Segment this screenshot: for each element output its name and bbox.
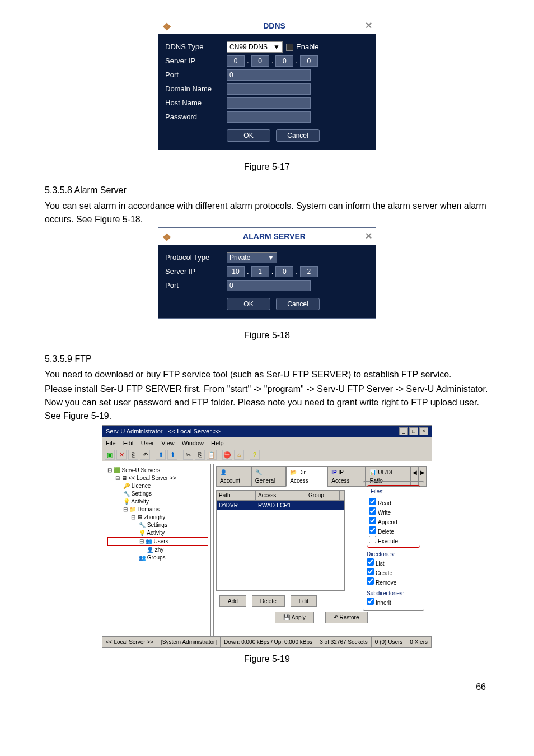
domain-name-input[interactable] (227, 83, 311, 95)
minimize-icon[interactable]: _ (399, 427, 408, 435)
delete-button[interactable]: Delete (252, 595, 285, 607)
remove-checkbox[interactable] (367, 577, 374, 585)
servu-tree[interactable]: ⊟ 🟩 Serv-U Servers ⊟ 🖥 << Local Server >… (105, 464, 211, 636)
permissions-group: Files: Read Write Append Delete Execute … (363, 481, 424, 611)
tab-dir-access[interactable]: 📂 Dir Access (286, 466, 327, 487)
menu-user[interactable]: User (141, 440, 154, 446)
separator (152, 450, 154, 460)
ftp-paragraph-1: You need to download or buy FTP service … (45, 368, 489, 381)
ddns-body: DDNS Type CN99 DDNS▼ Enable Server IP 0.… (158, 34, 376, 150)
alarm-server-dialog: ❖ ALARM SERVER ✕ Protocol Type Private▼ … (158, 227, 376, 319)
server-ip-label: Server IP (165, 55, 227, 67)
execute-checkbox[interactable] (369, 536, 376, 543)
separator (246, 450, 248, 460)
domain-name-label: Domain Name (165, 83, 227, 95)
alarm-server-ip-input[interactable]: 10. 1. 0. 2 (227, 266, 318, 277)
alarm-port-label: Port (165, 280, 227, 291)
cut-icon[interactable]: ✂ (183, 450, 193, 460)
alarm-port-input[interactable]: 0 (227, 280, 311, 291)
enable-label: Enable (296, 41, 318, 53)
servu-right-pane: 👤 Account 🔧 General 📂 Dir Access IP IP A… (213, 464, 429, 636)
ok-button[interactable]: OK (227, 129, 270, 142)
tab-account[interactable]: 👤 Account (216, 466, 251, 487)
ftp-paragraph-2: Please install Ser-U FTP SERVER first. F… (45, 382, 489, 423)
alarm-titlebar: ❖ ALARM SERVER ✕ (158, 228, 376, 245)
maximize-icon[interactable]: □ (409, 427, 418, 435)
delete-icon[interactable]: ✕ (116, 450, 127, 460)
ddns-type-select[interactable]: CN99 DDNS▼ (227, 41, 283, 53)
edit-button[interactable]: Edit (291, 595, 317, 607)
new-icon[interactable]: ▣ (105, 450, 115, 460)
apply-button[interactable]: 💾 Apply (275, 612, 313, 623)
undo-icon[interactable]: ↶ (140, 450, 150, 460)
tab-general[interactable]: 🔧 General (251, 466, 287, 487)
host-name-input[interactable] (227, 97, 311, 109)
protocol-type-label: Protocol Type (165, 252, 227, 263)
ok-button[interactable]: OK (227, 298, 270, 310)
section-5358-heading: 5.3.5.8 Alarm Server (45, 184, 489, 197)
status-speed: Down: 0.000 kBps / Up: 0.000 kBps (221, 637, 316, 647)
up-icon[interactable]: ⬆ (156, 450, 166, 460)
close-icon[interactable]: ✕ (365, 19, 372, 32)
app-logo-icon: ❖ (161, 230, 173, 242)
close-icon[interactable]: ✕ (365, 230, 372, 243)
server-ip-input[interactable]: 0. 0. 0. 0 (227, 55, 318, 67)
col-path: Path (217, 491, 256, 500)
delete-checkbox[interactable] (369, 526, 376, 534)
servu-statusbar: << Local Server >> [System Administrator… (102, 636, 432, 647)
sub-group-label: Subdirectories: (367, 589, 420, 598)
menu-edit[interactable]: Edit (123, 440, 134, 446)
restore-button[interactable]: ↶ Restore (325, 612, 368, 623)
read-checkbox[interactable] (369, 498, 376, 505)
home-icon[interactable]: ⌂ (234, 450, 244, 460)
menu-help[interactable]: Help (211, 440, 224, 446)
col-group: Group (306, 491, 340, 500)
copy-icon[interactable]: ⎘ (128, 450, 138, 460)
figure-5-19-caption: Figure 5-19 (45, 652, 489, 666)
servu-window: Serv-U Administrator - << Local Server >… (102, 425, 432, 648)
app-logo-icon: ❖ (161, 20, 173, 32)
ddns-dialog: ❖ DDNS ✕ DDNS Type CN99 DDNS▼ Enable Ser… (158, 17, 376, 150)
add-button[interactable]: Add (219, 595, 246, 607)
alarm-title: ALARM SERVER (173, 231, 376, 242)
enable-checkbox[interactable] (286, 44, 293, 51)
dirs-group-label: Directories: (367, 550, 420, 558)
servu-toolbar: ▣ ✕ ⎘ ↶ ⬆ ⬆ ✂ ⎘ 📋 ⛔ ⌂ ? (102, 449, 432, 461)
ddns-title: DDNS (173, 20, 376, 32)
cancel-button[interactable]: Cancel (276, 298, 320, 310)
list-row[interactable]: D:\DVR RWAD-LCR1 (217, 501, 344, 510)
inherit-checkbox[interactable] (367, 598, 374, 605)
servu-title: Serv-U Administrator - << Local Server >… (106, 427, 221, 436)
menu-view[interactable]: View (161, 440, 175, 446)
separator (218, 450, 221, 460)
menu-file[interactable]: File (106, 440, 116, 446)
port-input[interactable]: 0 (227, 69, 311, 81)
host-name-label: Host Name (165, 97, 227, 109)
protocol-type-select[interactable]: Private▼ (227, 252, 277, 263)
dir-access-list[interactable]: Path Access Group D:\DVR RWAD-LCR1 (216, 490, 345, 591)
help-icon[interactable]: ? (250, 450, 260, 460)
cancel-button[interactable]: Cancel (276, 129, 320, 142)
servu-menubar[interactable]: File Edit User View Window Help (102, 437, 432, 449)
menu-window[interactable]: Window (182, 440, 204, 446)
section-5359-heading: 5.3.5.9 FTP (45, 352, 489, 366)
figure-5-18-caption: Figure 5-18 (45, 329, 489, 342)
stop-icon[interactable]: ⛔ (222, 450, 232, 460)
chevron-down-icon: ▼ (273, 42, 280, 52)
password-label: Password (165, 111, 227, 123)
tab-ip-access[interactable]: IP IP Access (327, 466, 366, 487)
password-input[interactable] (227, 111, 311, 123)
alarm-paragraph: You can set alarm in accordance with dif… (45, 199, 489, 226)
ddns-type-label: DDNS Type (165, 41, 227, 53)
close-icon[interactable]: × (419, 427, 428, 435)
page-number: 66 (45, 680, 489, 694)
col-access: Access (256, 491, 306, 500)
down-icon[interactable]: ⬆ (167, 450, 177, 460)
write-checkbox[interactable] (369, 507, 376, 515)
files-group-label: Files: (369, 487, 386, 496)
paste-icon[interactable]: 📋 (207, 450, 217, 460)
create-checkbox[interactable] (367, 568, 374, 575)
copy2-icon[interactable]: ⎘ (195, 450, 205, 460)
list-checkbox[interactable] (367, 558, 374, 566)
append-checkbox[interactable] (369, 517, 376, 524)
